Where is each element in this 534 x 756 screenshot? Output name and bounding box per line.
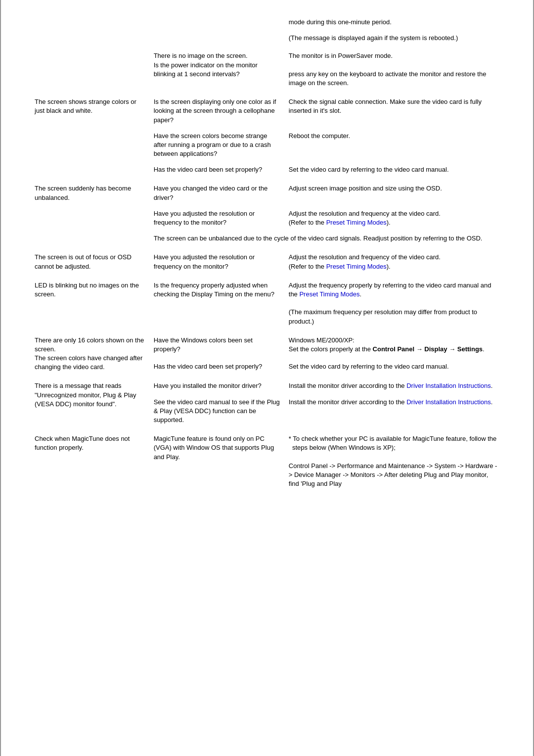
check-cell: Has the video card been set properly? bbox=[150, 358, 285, 375]
check-cell: Is the screen displaying only one color … bbox=[150, 91, 285, 128]
remedy-text: * To check whether your PC is available … bbox=[289, 435, 497, 487]
table-row: LED is blinking but no images on the scr… bbox=[31, 274, 503, 329]
remedy-text: The monitor is in PowerSaver mode.press … bbox=[289, 52, 487, 87]
remedy-cell: (The message is displayed again if the s… bbox=[285, 30, 503, 46]
remedy-cell: Adjust the resolution and frequency of t… bbox=[285, 246, 503, 274]
remedy-cell: Install the monitor driver according to … bbox=[285, 394, 503, 428]
bold-remedy: Control Panel → Display → Settings bbox=[373, 345, 483, 353]
table-row: Check when MagicTune does not function p… bbox=[31, 427, 503, 491]
remedy-cell: Adjust the resolution and frequency at t… bbox=[285, 205, 503, 230]
driver-install-link-2[interactable]: Driver Installation Instructions bbox=[406, 398, 491, 406]
table-row: There is a message that reads "Unrecogni… bbox=[31, 375, 503, 393]
check-cell: See the video card manual to see if the … bbox=[150, 394, 285, 428]
check-cell: Has the video card been set properly? bbox=[150, 161, 285, 177]
remedy-cell: * To check whether your PC is available … bbox=[285, 427, 503, 491]
remedy-text: Adjust the frequency properly by referri… bbox=[289, 282, 491, 325]
symptom-cell: There are only 16 colors shown on the sc… bbox=[31, 329, 150, 375]
remedy-text: Set the video card by referring to the v… bbox=[289, 166, 449, 173]
check-text: MagicTune feature is found only on PC (V… bbox=[154, 435, 274, 460]
symptom-cell: Check when MagicTune does not function p… bbox=[31, 427, 150, 491]
symptom-cell: The screen is out of focus or OSD cannot… bbox=[31, 246, 150, 274]
remedy-text: (The message is displayed again if the s… bbox=[289, 34, 458, 42]
symptom-text: The screen is out of focus or OSD cannot… bbox=[35, 253, 132, 270]
check-text: Have you installed the monitor driver? bbox=[154, 382, 262, 389]
check-cell bbox=[150, 30, 285, 46]
remedy-text: Check the signal cable connection. Make … bbox=[289, 98, 482, 114]
check-text: Have you changed the video card or the d… bbox=[154, 185, 268, 201]
remedy-cell: Check the signal cable connection. Make … bbox=[285, 91, 503, 128]
check-cell: Have you adjusted the resolution or freq… bbox=[150, 205, 285, 230]
check-cell bbox=[150, 15, 285, 30]
preset-timing-link-3[interactable]: Preset Timing Modes bbox=[299, 290, 359, 298]
table-row: The screen shows strange colors or just … bbox=[31, 91, 503, 128]
table-row: The screen suddenly has become unbalance… bbox=[31, 177, 503, 205]
remedy-cell: Reboot the computer. bbox=[285, 128, 503, 162]
remedy-cell: Set the video card by referring to the v… bbox=[285, 161, 503, 177]
check-text: Have you adjusted the resolution or freq… bbox=[154, 210, 255, 226]
symptom-text: Check when MagicTune does not function p… bbox=[35, 435, 130, 451]
check-text: Has the video card been set properly? bbox=[154, 166, 263, 173]
remedy-cell: The monitor is in PowerSaver mode.press … bbox=[285, 46, 503, 91]
remedy-text: Install the monitor driver according to … bbox=[289, 382, 493, 389]
remedy-text: Adjust the resolution and frequency at t… bbox=[289, 210, 441, 226]
symptom-cell: LED is blinking but no images on the scr… bbox=[31, 274, 150, 329]
check-cell: Have the screen colors become strange af… bbox=[150, 128, 285, 162]
check-text: Is the screen displaying only one color … bbox=[154, 98, 276, 123]
check-cell: Is the frequency properly adjusted when … bbox=[150, 274, 285, 329]
table-row: The screen is out of focus or OSD cannot… bbox=[31, 246, 503, 274]
symptom-cell: There is a message that reads "Unrecogni… bbox=[31, 375, 150, 427]
symptom-cell bbox=[31, 46, 150, 91]
driver-install-link-1[interactable]: Driver Installation Instructions bbox=[406, 382, 491, 389]
top-table: mode during this one-minute period. (The… bbox=[31, 15, 503, 491]
check-cell: Have the Windows colors been set properl… bbox=[150, 329, 285, 358]
table-row: mode during this one-minute period. bbox=[31, 15, 503, 30]
table-row: The screen can be unbalanced due to the … bbox=[31, 230, 503, 246]
fullwidth-cell: The screen can be unbalanced due to the … bbox=[150, 230, 503, 246]
check-text: Have the Windows colors been set properl… bbox=[154, 336, 253, 353]
remedy-cell: mode during this one-minute period. bbox=[285, 15, 503, 30]
table-row: There are only 16 colors shown on the sc… bbox=[31, 329, 503, 358]
remedy-cell: Install the monitor driver according to … bbox=[285, 375, 503, 393]
symptom-cell bbox=[31, 15, 150, 30]
check-text: See the video card manual to see if the … bbox=[154, 398, 280, 424]
check-text: Have you adjusted the resolution or freq… bbox=[154, 253, 255, 270]
preset-timing-link-2[interactable]: Preset Timing Modes bbox=[326, 263, 387, 270]
symptom-text: The screen shows strange colors or just … bbox=[35, 98, 136, 114]
check-text: There is no image on the screen.Is the p… bbox=[154, 52, 258, 77]
remedy-cell: Adjust the frequency properly by referri… bbox=[285, 274, 503, 329]
remedy-text: Windows ME/2000/XP:Set the colors proper… bbox=[289, 336, 485, 353]
remedy-text: Set the video card by referring to the v… bbox=[289, 363, 449, 370]
symptom-text: The screen suddenly has become unbalance… bbox=[35, 185, 131, 201]
check-cell: There is no image on the screen.Is the p… bbox=[150, 46, 285, 91]
remedy-cell: Windows ME/2000/XP:Set the colors proper… bbox=[285, 329, 503, 358]
symptom-cell bbox=[31, 230, 150, 246]
check-cell: Have you changed the video card or the d… bbox=[150, 177, 285, 205]
symptom-cell: The screen suddenly has become unbalance… bbox=[31, 177, 150, 230]
check-cell: Have you installed the monitor driver? bbox=[150, 375, 285, 393]
check-cell: Have you adjusted the resolution or freq… bbox=[150, 246, 285, 274]
symptom-text: LED is blinking but no images on the scr… bbox=[35, 282, 139, 298]
fullwidth-text: The screen can be unbalanced due to the … bbox=[154, 235, 483, 242]
symptom-cell: The screen shows strange colors or just … bbox=[31, 91, 150, 177]
remedy-text: Reboot the computer. bbox=[289, 132, 350, 140]
check-text: Has the video card been set properly? bbox=[154, 363, 263, 370]
page-container: mode during this one-minute period. (The… bbox=[0, 0, 534, 756]
table-row: (The message is displayed again if the s… bbox=[31, 30, 503, 46]
remedy-text: Adjust the resolution and frequency of t… bbox=[289, 253, 441, 270]
symptom-text: There is a message that reads "Unrecogni… bbox=[35, 382, 136, 407]
remedy-text: Adjust screen image position and size us… bbox=[289, 185, 442, 192]
remedy-text: Install the monitor driver according to … bbox=[289, 398, 493, 406]
symptom-text: There are only 16 colors shown on the sc… bbox=[35, 336, 144, 371]
remedy-cell: Adjust screen image position and size us… bbox=[285, 177, 503, 205]
check-text: Have the screen colors become strange af… bbox=[154, 132, 271, 157]
check-text: Is the frequency properly adjusted when … bbox=[154, 282, 274, 298]
remedy-text: mode during this one-minute period. bbox=[289, 18, 392, 26]
symptom-cell bbox=[31, 30, 150, 46]
remedy-cell: Set the video card by referring to the v… bbox=[285, 358, 503, 375]
check-cell: MagicTune feature is found only on PC (V… bbox=[150, 427, 285, 491]
table-row: There is no image on the screen.Is the p… bbox=[31, 46, 503, 91]
preset-timing-link[interactable]: Preset Timing Modes bbox=[326, 219, 387, 226]
